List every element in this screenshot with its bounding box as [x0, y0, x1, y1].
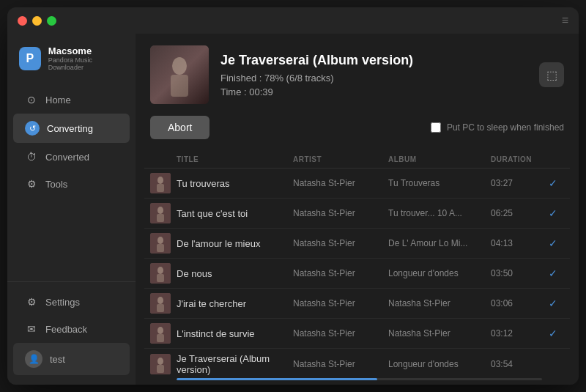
- col-album: ALBUM: [388, 155, 491, 163]
- sidebar-bottom: ⚙ Settings ✉ Feedback 👤 test: [7, 281, 136, 385]
- track-title: Je Traverserai (Album version): [220, 53, 527, 68]
- track-thumb: [150, 233, 171, 254]
- table-row: L'instinct de survie Natasha St-Pier Nat…: [144, 319, 570, 349]
- sidebar-item-tools-label: Tools: [45, 179, 67, 190]
- user-avatar: 👤: [25, 350, 42, 368]
- sidebar: P Macsome Pandora Music Downloader ⊙ Hom…: [7, 34, 136, 385]
- track-album-cell: De L' Amour Lo Mi...: [388, 238, 491, 248]
- track-album-cell: Natasha St-Pier: [388, 298, 491, 308]
- converting-icon: ↺: [25, 121, 40, 136]
- sidebar-item-home-label: Home: [45, 95, 71, 106]
- titlebar: ≡: [7, 7, 579, 34]
- logo-text: Macsome Pandora Music Downloader: [48, 45, 124, 71]
- track-thumb: [150, 323, 171, 344]
- track-time: Time : 00:39: [220, 86, 527, 97]
- svg-point-1: [172, 57, 187, 75]
- track-artist-cell: Natasha St-Pier: [293, 359, 388, 369]
- track-title-cell: De l'amour le mieux: [177, 238, 293, 249]
- abort-button[interactable]: Abort: [150, 116, 209, 139]
- menu-icon[interactable]: ≡: [562, 14, 568, 27]
- sidebar-item-converting[interactable]: ↺ Converting: [13, 114, 130, 143]
- track-thumb: [150, 293, 171, 314]
- sidebar-logo: P Macsome Pandora Music Downloader: [7, 34, 136, 80]
- export-button[interactable]: ⬚: [539, 62, 564, 87]
- album-art: [150, 45, 209, 104]
- progress-bar-container: [150, 378, 564, 380]
- sidebar-item-settings-label: Settings: [45, 297, 80, 308]
- track-status-icon: ✓: [542, 297, 564, 309]
- col-thumb: [150, 155, 177, 163]
- sidebar-item-feedback-label: Feedback: [45, 324, 87, 335]
- col-status: [542, 155, 564, 163]
- main-content: P Macsome Pandora Music Downloader ⊙ Hom…: [7, 34, 579, 385]
- sidebar-item-home[interactable]: ⊙ Home: [13, 86, 130, 113]
- track-thumb: [150, 263, 171, 284]
- sleep-checkbox[interactable]: [431, 122, 441, 133]
- track-title-cell: Je Traverserai (Album version): [177, 353, 293, 375]
- track-album-cell: Longueur d'ondes: [388, 359, 491, 369]
- track-duration-cell: 03:12: [491, 328, 542, 339]
- table-row: De l'amour le mieux Natasha St-Pier De L…: [144, 229, 570, 259]
- sidebar-nav: ⊙ Home ↺ Converting ⏱ Converted ⚙ Tools: [7, 80, 136, 281]
- tools-icon: ⚙: [25, 178, 38, 190]
- svg-point-16: [157, 297, 163, 304]
- track-duration-cell: 03:27: [491, 178, 542, 188]
- app-window: ≡ P Macsome Pandora Music Downloader ⊙ H…: [7, 7, 579, 385]
- track-artist-cell: Natasha St-Pier: [293, 328, 388, 339]
- album-art-svg: [150, 45, 209, 104]
- table-row: De nous Natasha St-Pier Longueur d'ondes…: [144, 259, 570, 289]
- svg-point-13: [157, 267, 163, 274]
- track-status-icon: ✓: [542, 328, 564, 339]
- album-art-figure: [150, 45, 209, 104]
- progress-bar-track: [177, 378, 542, 380]
- content-area: Je Traverserai (Album version) Finished …: [136, 34, 579, 385]
- track-status-icon: ✓: [542, 237, 564, 249]
- user-name: test: [50, 354, 65, 365]
- svg-rect-11: [157, 244, 164, 252]
- sleep-option: Put PC to sleep when finished: [431, 122, 564, 133]
- track-info: Je Traverserai (Album version) Finished …: [220, 53, 527, 97]
- col-artist: ARTIST: [293, 155, 388, 163]
- sidebar-item-settings[interactable]: ⚙ Settings: [13, 289, 130, 315]
- track-artist-cell: Natasha St-Pier: [293, 298, 388, 308]
- track-title-cell: L'instinct de survie: [177, 328, 293, 339]
- svg-point-22: [157, 358, 163, 365]
- actions-row: Abort Put PC to sleep when finished: [136, 116, 579, 151]
- svg-rect-5: [157, 184, 164, 192]
- track-album-cell: Natasha St-Pier: [388, 328, 491, 339]
- track-thumb: [150, 203, 171, 223]
- svg-rect-20: [157, 334, 164, 342]
- track-duration-cell: 03:54: [491, 359, 542, 369]
- track-album-cell: Tu Trouveras: [388, 178, 491, 188]
- track-title-cell: Tu trouveras: [177, 178, 293, 189]
- track-duration-cell: 06:25: [491, 208, 542, 218]
- user-profile[interactable]: 👤 test: [13, 343, 130, 375]
- minimize-button[interactable]: [32, 16, 42, 26]
- logo-title: Macsome: [48, 45, 124, 56]
- table-header: TITLE ARTIST ALBUM DURATION: [144, 151, 570, 169]
- col-duration: DURATION: [491, 155, 542, 163]
- track-status-icon: ✓: [542, 207, 564, 219]
- maximize-button[interactable]: [47, 16, 56, 26]
- track-duration-cell: 03:50: [491, 268, 542, 278]
- track-duration-cell: 04:13: [491, 238, 542, 248]
- svg-point-7: [157, 207, 163, 214]
- track-album-cell: Tu trouver... 10 A...: [388, 208, 491, 218]
- feedback-icon: ✉: [25, 323, 38, 335]
- svg-rect-17: [157, 304, 164, 312]
- sidebar-item-converted[interactable]: ⏱ Converted: [13, 144, 130, 170]
- sidebar-item-feedback[interactable]: ✉ Feedback: [13, 316, 130, 342]
- home-icon: ⊙: [25, 94, 38, 106]
- track-artist-cell: Natasha St-Pier: [293, 178, 388, 188]
- track-status-icon: ✓: [542, 267, 564, 279]
- sidebar-item-tools[interactable]: ⚙ Tools: [13, 171, 130, 197]
- logo-icon: P: [19, 47, 41, 70]
- sidebar-item-converting-label: Converting: [47, 123, 93, 134]
- track-duration-cell: 03:06: [491, 298, 542, 308]
- progress-bar-fill: [177, 378, 377, 380]
- svg-rect-14: [157, 274, 164, 282]
- close-button[interactable]: [18, 16, 27, 26]
- logo-subtitle: Pandora Music Downloader: [48, 56, 124, 71]
- row-content: Je Traverserai (Album version) Natasha S…: [150, 353, 564, 375]
- track-artist-cell: Natasha St-Pier: [293, 268, 388, 278]
